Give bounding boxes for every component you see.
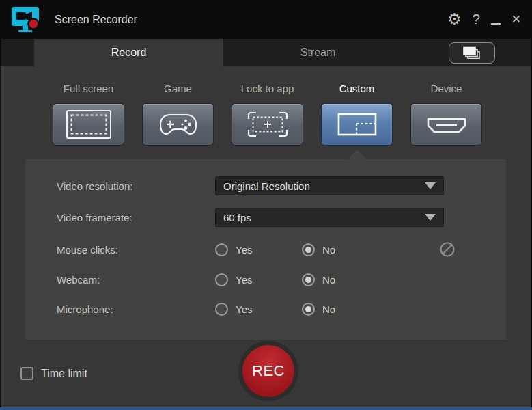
microphone-row: Microphone: Yes No [57,299,480,318]
webcam-label: Webcam: [57,274,215,286]
radio-selected-icon[interactable] [302,273,315,286]
microphone-yes-option[interactable]: Yes [215,303,302,316]
compact-view-button[interactable] [449,42,495,64]
mouse-clicks-row: Mouse clicks: Yes No [57,240,480,259]
full-screen-button[interactable] [53,103,124,146]
mouse-clicks-no-option[interactable]: No [302,243,335,256]
mode-custom: Custom [321,83,393,146]
chevron-down-icon [425,214,436,221]
mode-game: Game [142,83,214,146]
video-framerate-label: Video framerate: [57,212,215,223]
video-resolution-label: Video resolution: [57,180,215,192]
mouse-clicks-label: Mouse clicks: [57,244,215,256]
radio-unselected-icon[interactable] [215,303,228,316]
window-bottom-accent [0,407,532,410]
radio-selected-icon[interactable] [302,243,315,256]
window-title: Screen Recorder [55,0,137,39]
panel-pointer [348,150,367,159]
record-button[interactable]: REC [242,345,294,397]
mode-label: Device [410,83,482,98]
app-logo-icon [11,6,42,33]
fullscreen-region-icon [66,109,112,139]
gamepad-icon [158,112,198,137]
tab-record[interactable]: Record [34,39,223,66]
mode-label: Lock to app [232,83,303,98]
no-label: No [322,274,335,286]
video-framerate-row: Video framerate: 60 fps [57,208,480,227]
webcam-no-option[interactable]: No [302,273,335,286]
titlebar: Screen Recorder ⚙ ? ✕ [0,0,532,39]
yes-label: Yes [236,244,252,256]
time-limit-control[interactable]: Time limit [20,367,87,380]
screen-recorder-window: Screen Recorder ⚙ ? ✕ Record Stream Full… [0,0,532,410]
no-label: No [322,244,335,256]
radio-unselected-icon[interactable] [215,273,228,286]
video-resolution-value: Original Resolution [223,180,310,192]
hdmi-device-icon [423,110,470,139]
lock-to-app-icon [246,110,290,139]
microphone-no-option[interactable]: No [302,303,335,316]
video-resolution-row: Video resolution: Original Resolution [57,176,480,195]
close-icon[interactable]: ✕ [512,12,521,27]
no-label: No [322,303,335,315]
tab-bar: Record Stream [1,39,531,66]
device-button[interactable] [410,103,482,146]
settings-gear-icon[interactable]: ⚙ [447,12,462,27]
game-button[interactable] [142,103,214,146]
time-limit-label: Time limit [41,368,87,380]
video-resolution-dropdown[interactable]: Original Resolution [215,176,444,195]
chevron-down-icon [425,182,436,189]
tab-stream[interactable]: Stream [223,39,412,66]
custom-region-icon [335,110,379,139]
time-limit-checkbox[interactable] [20,367,33,380]
minimize-icon[interactable] [491,23,501,25]
prohibited-icon [439,241,456,258]
custom-button[interactable] [321,103,393,146]
radio-unselected-icon[interactable] [215,243,228,256]
video-framerate-value: 60 fps [223,212,251,223]
webcam-row: Webcam: Yes No [57,270,480,289]
radio-selected-icon[interactable] [302,303,315,316]
microphone-label: Microphone: [57,303,215,315]
lock-to-app-button[interactable] [232,103,303,146]
mode-full-screen: Full screen [53,83,124,146]
yes-label: Yes [236,274,252,286]
mode-device: Device [410,83,482,146]
record-button-ring: REC [238,341,298,401]
mode-label: Game [142,83,214,98]
stacked-windows-icon [461,46,483,60]
webcam-yes-option[interactable]: Yes [215,273,302,286]
video-framerate-dropdown[interactable]: 60 fps [215,208,444,227]
mouse-clicks-yes-option[interactable]: Yes [215,243,302,256]
mode-lock-to-app: Lock to app [232,83,303,146]
mode-label: Custom [321,83,393,98]
mode-label: Full screen [53,83,124,98]
help-icon[interactable]: ? [473,12,480,27]
yes-label: Yes [236,303,252,315]
settings-panel: Video resolution: Original Resolution Vi… [25,159,506,340]
